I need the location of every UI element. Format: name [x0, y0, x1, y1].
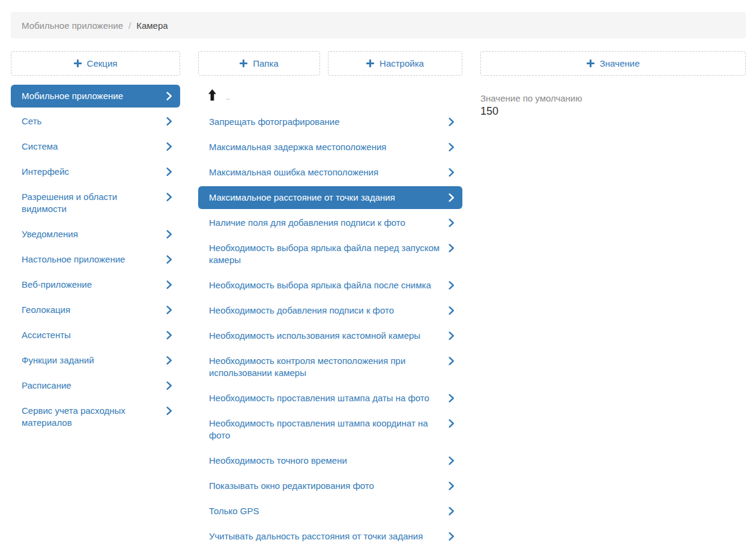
- chevron-right-icon: [448, 306, 455, 315]
- breadcrumb: Мобильное приложение / Камера: [11, 12, 746, 38]
- chevron-right-icon: [448, 331, 455, 341]
- setting-item[interactable]: Максимальное расстояние от точки задания: [198, 186, 462, 209]
- section-item[interactable]: Настольное приложение: [11, 248, 180, 271]
- setting-item-label: Максимальная задержка местоположения: [209, 141, 441, 153]
- settings-list: Запрещать фотографирование Максимальная …: [198, 111, 462, 543]
- navigate-up[interactable]: ..: [198, 86, 462, 103]
- chevron-right-icon: [166, 117, 172, 126]
- setting-item-label: Необходимость точного времени: [209, 455, 441, 467]
- setting-item[interactable]: Необходимость добавления подписи к фото: [198, 299, 462, 322]
- section-item-label: Веб-приложение: [22, 279, 159, 291]
- arrow-up-icon: [208, 89, 217, 101]
- setting-item-label: Запрещать фотографирование: [209, 116, 441, 128]
- add-folder-label: Папка: [253, 58, 278, 68]
- setting-item[interactable]: Необходимость контроля местоположения пр…: [198, 350, 462, 384]
- chevron-right-icon: [166, 381, 172, 390]
- section-item-label: Система: [22, 141, 159, 153]
- chevron-right-icon: [448, 117, 455, 127]
- section-item[interactable]: Геолокация: [11, 299, 180, 321]
- add-value-label: Значение: [600, 58, 640, 68]
- section-item-label: Сервис учета расходных материалов: [22, 405, 159, 429]
- chevron-right-icon: [448, 168, 455, 177]
- chevron-right-icon: [448, 193, 455, 202]
- plus-icon: [74, 59, 82, 67]
- content-columns: Секция Мобильное приложение Сеть Система: [11, 51, 746, 543]
- setting-item[interactable]: Только GPS: [198, 500, 462, 523]
- section-item-label: Сеть: [22, 115, 159, 127]
- chevron-right-icon: [166, 305, 172, 315]
- section-item[interactable]: Мобильное приложение: [11, 85, 180, 108]
- section-item[interactable]: Ассистенты: [11, 324, 180, 347]
- default-value-block: Значение по умолчанию 150: [480, 93, 746, 118]
- chevron-right-icon: [448, 356, 455, 366]
- setting-item[interactable]: Необходимость выбора ярлыка файла перед …: [198, 237, 462, 272]
- chevron-right-icon: [166, 192, 172, 202]
- plus-icon: [587, 59, 594, 67]
- section-item-label: Настольное приложение: [22, 253, 159, 265]
- value-column: Значение Значение по умолчанию 150: [480, 51, 746, 118]
- chevron-right-icon: [448, 481, 455, 491]
- breadcrumb-current: Камера: [136, 20, 168, 31]
- setting-item-label: Максимальная ошибка местоположения: [209, 166, 441, 178]
- section-item-label: Функции заданий: [22, 354, 159, 366]
- chevron-right-icon: [448, 506, 455, 516]
- setting-item-label: Только GPS: [209, 505, 441, 517]
- setting-item[interactable]: Максимальная ошибка местоположения: [198, 161, 462, 184]
- breadcrumb-link-parent[interactable]: Мобильное приложение: [22, 20, 123, 31]
- setting-item[interactable]: Наличие поля для добавления подписи к фо…: [198, 211, 462, 234]
- section-item[interactable]: Сеть: [11, 110, 180, 133]
- setting-item[interactable]: Показывать окно редактирования фото: [198, 475, 462, 497]
- chevron-right-icon: [166, 91, 172, 101]
- setting-item[interactable]: Необходимость использования кастомной ка…: [198, 324, 462, 347]
- section-item-label: Расписание: [22, 380, 159, 392]
- add-folder-button[interactable]: Папка: [198, 51, 320, 76]
- chevron-right-icon: [448, 532, 455, 541]
- plus-icon: [366, 59, 374, 67]
- settings-column: Папка Настройка .. Запрещать фотографиро…: [198, 51, 462, 543]
- section-item[interactable]: Сервис учета расходных материалов: [11, 399, 180, 434]
- setting-item-label: Необходимость выбора ярлыка файла после …: [209, 279, 441, 291]
- chevron-right-icon: [448, 142, 455, 152]
- default-value: 150: [480, 105, 746, 118]
- sections-column: Секция Мобильное приложение Сеть Система: [11, 51, 180, 437]
- chevron-right-icon: [166, 167, 172, 177]
- setting-item-label: Необходимость проставления штампа коорди…: [209, 417, 441, 441]
- add-section-button[interactable]: Секция: [11, 51, 180, 76]
- setting-item-label: Максимальное расстояние от точки задания: [209, 192, 441, 204]
- chevron-right-icon: [448, 456, 455, 466]
- chevron-right-icon: [166, 330, 172, 340]
- default-value-label: Значение по умолчанию: [480, 93, 746, 104]
- section-item[interactable]: Веб-приложение: [11, 273, 180, 296]
- chevron-right-icon: [166, 255, 172, 264]
- setting-item-label: Необходимость выбора ярлыка файла перед …: [209, 242, 441, 266]
- setting-item[interactable]: Максимальная задержка местоположения: [198, 136, 462, 159]
- navigate-up-label: ..: [226, 93, 230, 102]
- settings-toolbar: Папка Настройка: [198, 51, 462, 76]
- setting-item-label: Показывать окно редактирования фото: [209, 480, 441, 492]
- breadcrumb-separator: /: [129, 20, 131, 31]
- setting-item[interactable]: Необходимость точного времени: [198, 449, 462, 472]
- add-section-label: Секция: [87, 58, 118, 68]
- plus-icon: [240, 59, 247, 67]
- sections-list: Мобильное приложение Сеть Система Инте: [11, 85, 180, 434]
- section-item[interactable]: Система: [11, 135, 180, 158]
- setting-item-label: Необходимость добавления подписи к фото: [209, 305, 441, 317]
- section-item[interactable]: Разрешения и области видимости: [11, 186, 180, 220]
- section-item-label: Мобильное приложение: [22, 90, 159, 102]
- section-item[interactable]: Интерфейс: [11, 160, 180, 183]
- setting-item[interactable]: Необходимость проставления штампа коорди…: [198, 412, 462, 447]
- setting-item[interactable]: Запрещать фотографирование: [198, 111, 462, 133]
- setting-item-label: Наличие поля для добавления подписи к фо…: [209, 217, 441, 229]
- setting-item[interactable]: Необходимость выбора ярлыка файла после …: [198, 274, 462, 297]
- section-item[interactable]: Функции заданий: [11, 349, 180, 372]
- section-item[interactable]: Расписание: [11, 374, 180, 397]
- add-setting-button[interactable]: Настройка: [328, 51, 462, 76]
- add-value-button[interactable]: Значение: [480, 51, 746, 76]
- setting-item[interactable]: Учитывать дальность расстояния от точки …: [198, 525, 462, 543]
- setting-item[interactable]: Необходимость проставления штампа даты н…: [198, 387, 462, 410]
- chevron-right-icon: [166, 229, 172, 239]
- setting-item-label: Необходимость проставления штампа даты н…: [209, 392, 441, 404]
- section-item-label: Уведомления: [22, 228, 159, 240]
- setting-item-label: Необходимость использования кастомной ка…: [209, 330, 441, 342]
- section-item[interactable]: Уведомления: [11, 223, 180, 246]
